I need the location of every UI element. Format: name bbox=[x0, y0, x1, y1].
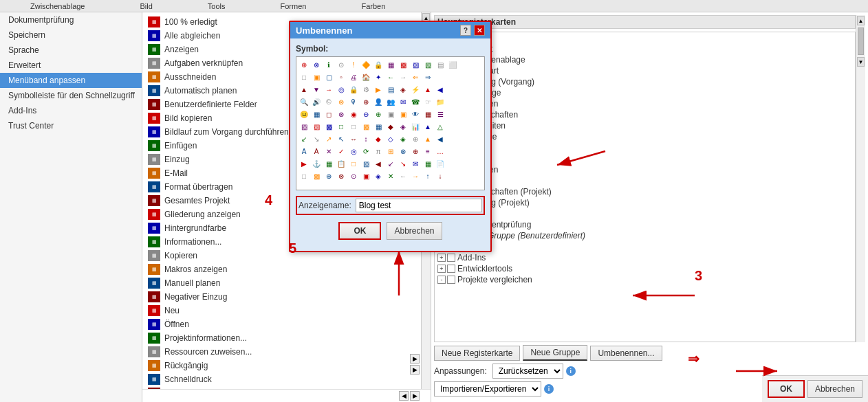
symbol-cell[interactable]: ☞ bbox=[422, 96, 434, 108]
symbol-cell[interactable]: 🔒 bbox=[372, 58, 384, 71]
symbol-cell[interactable]: ▣ bbox=[384, 108, 397, 120]
symbol-cell[interactable]: 🎙 bbox=[347, 96, 360, 108]
middle-list-item[interactable]: ▦Schnelldruck bbox=[142, 372, 421, 386]
symbol-cell[interactable]: □ bbox=[347, 120, 360, 133]
anpassungen-info-icon[interactable]: i bbox=[566, 366, 576, 376]
bottom-abbrechen-button[interactable]: Abbrechen bbox=[807, 380, 862, 398]
symbol-cell[interactable]: ◎ bbox=[335, 83, 347, 96]
symbol-cell[interactable]: ⬜ bbox=[446, 58, 459, 71]
symbol-cell[interactable]: ! bbox=[347, 58, 360, 71]
symbol-cell[interactable]: ▤ bbox=[434, 58, 446, 71]
symbol-cell[interactable]: ▲ bbox=[422, 133, 434, 145]
symbol-cell[interactable]: ◈ bbox=[397, 83, 409, 96]
sidebar-item-speichern[interactable]: Speichern bbox=[0, 27, 142, 43]
symbol-cell[interactable]: ▨ bbox=[360, 157, 372, 170]
symbol-cell[interactable]: ⊗ bbox=[335, 170, 347, 182]
symbol-cell[interactable]: π bbox=[372, 145, 384, 157]
symbol-cell[interactable]: 📊 bbox=[409, 120, 422, 133]
symbol-cell[interactable]: ▤ bbox=[384, 83, 397, 96]
symbol-cell[interactable]: 👁 bbox=[409, 108, 422, 120]
symbol-cell[interactable]: ⚙ bbox=[360, 83, 372, 96]
symbol-cell[interactable]: ⊙ bbox=[335, 58, 347, 71]
right-scrollbar[interactable]: ▲ ▼ bbox=[856, 15, 865, 342]
symbol-cell[interactable]: ◀ bbox=[372, 157, 384, 170]
symbol-cell[interactable]: ◆ bbox=[384, 120, 397, 133]
symbol-cell[interactable]: ◈ bbox=[397, 133, 409, 145]
symbol-cell[interactable]: ↙ bbox=[384, 157, 397, 170]
symbol-cell[interactable]: ◀ bbox=[434, 83, 446, 96]
tree-item[interactable]: +Planung (Vorgang) bbox=[435, 76, 855, 87]
middle-list-item[interactable]: ▦Öffnen bbox=[142, 317, 421, 331]
symbol-cell[interactable]: ↗ bbox=[323, 133, 335, 145]
symbol-cell[interactable]: ▨ bbox=[409, 58, 422, 71]
tree-item[interactable]: -Projekte vergleichen bbox=[435, 274, 855, 285]
symbol-cell[interactable]: ✦ bbox=[372, 71, 384, 83]
symbol-cell[interactable]: ⚡ bbox=[409, 83, 422, 96]
symbol-cell[interactable]: A bbox=[310, 145, 323, 157]
symbol-cell[interactable]: □ bbox=[347, 157, 360, 170]
symbol-cell[interactable]: ▧ bbox=[310, 120, 323, 133]
symbol-cell[interactable]: 📋 bbox=[335, 157, 347, 170]
symbol-cell[interactable]: □ bbox=[298, 71, 310, 83]
symbol-cell[interactable]: ◎ bbox=[347, 145, 360, 157]
tree-item[interactable]: Neue Gruppe (Benutzerdefiniert) bbox=[435, 230, 855, 241]
arrow-right-down[interactable]: ▶ bbox=[410, 365, 420, 375]
symbol-cell[interactable]: © bbox=[323, 96, 335, 108]
symbol-cell[interactable]: ⊖ bbox=[360, 108, 372, 120]
tree-item[interactable]: +Status bbox=[435, 208, 855, 219]
anzeigename-input[interactable] bbox=[356, 199, 482, 212]
scroll-right[interactable]: ▶ bbox=[410, 391, 420, 401]
tree-item[interactable]: +Vorgänge bbox=[435, 87, 855, 98]
symbol-cell[interactable]: ◉ bbox=[347, 108, 360, 120]
modal-abbrechen-button[interactable]: Abbrechen bbox=[387, 222, 442, 240]
symbol-cell[interactable]: ▶ bbox=[298, 157, 310, 170]
symbol-cell[interactable]: ▲ bbox=[422, 83, 434, 96]
tree-item[interactable]: +Add-Ins bbox=[435, 252, 855, 263]
symbol-cell[interactable]: ⊕ bbox=[360, 96, 372, 108]
symbol-cell[interactable]: ▩ bbox=[310, 170, 323, 182]
symbol-cell[interactable]: ◇ bbox=[384, 133, 397, 145]
tree-item[interactable]: +Einfügen bbox=[435, 98, 855, 109]
symbol-cell[interactable]: ⊗ bbox=[335, 108, 347, 120]
tree-item[interactable]: +Apps bbox=[435, 175, 855, 186]
sidebar-item-erweitert[interactable]: Erweitert bbox=[0, 58, 142, 73]
symbol-cell[interactable]: ▣ bbox=[310, 71, 323, 83]
symbol-cell[interactable]: ▦ bbox=[372, 120, 384, 133]
sidebar-item-trustcenter[interactable]: Trust Center bbox=[0, 118, 142, 133]
symbol-cell[interactable]: ▲ bbox=[298, 83, 310, 96]
symbol-cell[interactable]: ▢ bbox=[323, 71, 335, 83]
importieren-select[interactable]: Importieren/Exportieren bbox=[434, 381, 541, 397]
middle-list-item[interactable]: ▦Makros anzeigen bbox=[142, 263, 421, 276]
bottom-ok-button[interactable]: OK bbox=[768, 380, 805, 398]
umbenennen-button[interactable]: Umbenennen... bbox=[590, 346, 662, 361]
sidebar-item-symbolleiste[interactable]: Symbolleiste für den Schnellzugriff bbox=[0, 88, 142, 103]
symbol-cell[interactable]: ↘ bbox=[397, 157, 409, 170]
symbol-cell[interactable]: 📁 bbox=[434, 96, 446, 108]
tree-item[interactable]: +Eigenschaften bbox=[435, 109, 855, 120]
symbol-cell[interactable]: ▦ bbox=[422, 157, 434, 170]
symbol-cell[interactable]: ↕ bbox=[360, 133, 372, 145]
tree-expand-btn[interactable]: + bbox=[437, 254, 446, 262]
symbol-cell[interactable]: ⚓ bbox=[310, 157, 323, 170]
symbol-cell[interactable]: ⊕ bbox=[409, 133, 422, 145]
middle-list-item[interactable]: ▦Negativer Einzug bbox=[142, 290, 421, 304]
symbol-cell[interactable]: 🔶 bbox=[360, 58, 372, 71]
symbol-cell[interactable]: ↑ bbox=[422, 170, 434, 182]
symbol-cell[interactable]: ⇐ bbox=[409, 71, 422, 83]
symbol-cell[interactable]: 🔊 bbox=[310, 96, 323, 108]
symbol-cell[interactable]: ◆ bbox=[372, 133, 384, 145]
modal-ok-button[interactable]: OK bbox=[338, 222, 381, 240]
symbol-cell[interactable]: ☎ bbox=[409, 96, 422, 108]
symbol-cell[interactable]: ▦ bbox=[323, 157, 335, 170]
sidebar-item-dokumentpruefung[interactable]: Dokumentprüfung bbox=[0, 12, 142, 27]
symbol-cell[interactable]: 📄 bbox=[434, 157, 446, 170]
symbol-cell[interactable]: ▣ bbox=[397, 108, 409, 120]
symbol-cell[interactable]: ⊙ bbox=[347, 170, 360, 182]
tree-item[interactable]: +Planung (Projekt) bbox=[435, 197, 855, 208]
symbol-cell[interactable]: → bbox=[397, 71, 409, 83]
symbol-cell[interactable]: ↖ bbox=[335, 133, 347, 145]
tree-item[interactable]: -✓Projekt bbox=[435, 153, 855, 164]
symbol-cell[interactable]: → bbox=[409, 170, 422, 182]
symbol-cell[interactable]: A bbox=[298, 145, 310, 157]
tree-item[interactable]: +Dokumentprüfung bbox=[435, 219, 855, 230]
